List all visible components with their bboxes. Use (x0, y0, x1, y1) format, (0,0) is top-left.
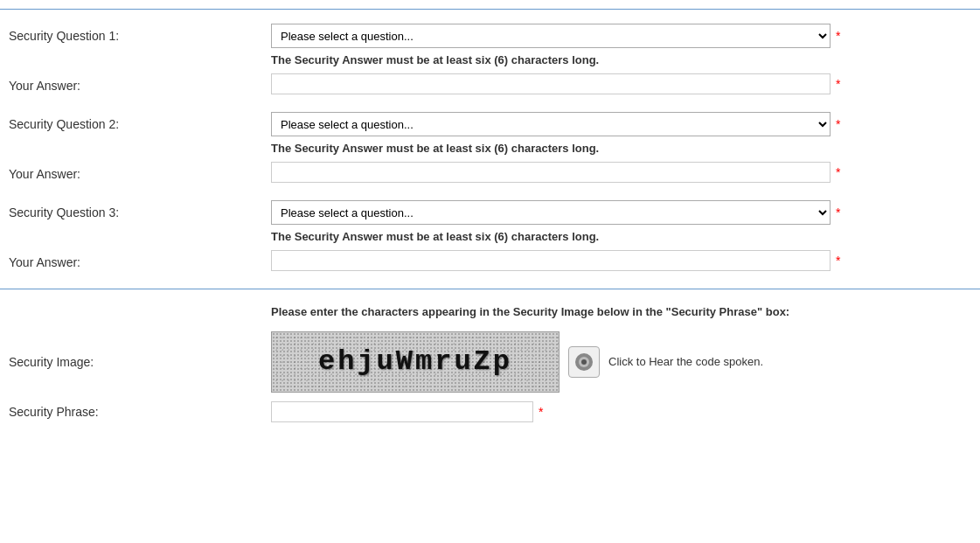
question3-hint: The Security Answer must be at least six… (271, 230, 971, 243)
question3-control-area: Please select a question... * (271, 200, 971, 225)
answer1-required: * (836, 77, 840, 91)
captcha-row: Security Image: ehjuWmruZp Click to Hear… (9, 331, 971, 393)
security-phrase-label: Security Phrase: (9, 405, 271, 419)
svg-point-2 (581, 359, 587, 365)
question3-row: Security Question 3: Please select a que… (9, 200, 971, 225)
captcha-section: Please enter the characters appearing in… (0, 303, 980, 422)
question2-required: * (836, 117, 840, 131)
question2-control-area: Please select a question... * (271, 112, 971, 136)
captcha-text: ehjuWmruZp (318, 345, 512, 378)
answer3-control-area: * (271, 250, 971, 271)
hear-code-text: Click to Hear the code spoken. (608, 355, 763, 368)
phrase-required: * (539, 405, 543, 419)
question2-label: Security Question 2: (9, 112, 271, 131)
security-questions-section: Security Question 1: Please select a que… (0, 24, 980, 271)
question1-label: Security Question 1: (9, 24, 271, 43)
section-divider (0, 289, 980, 289)
speaker-icon (574, 352, 594, 372)
answer3-input[interactable] (271, 250, 831, 271)
answer3-required: * (836, 254, 840, 268)
answer1-row: Your Answer: * (9, 73, 971, 94)
answer2-control-area: * (271, 162, 971, 183)
answer2-row: Your Answer: * (9, 162, 971, 183)
question2-hint: The Security Answer must be at least six… (271, 142, 971, 155)
question3-select[interactable]: Please select a question... (271, 200, 831, 225)
page-container: Security Question 1: Please select a que… (0, 0, 980, 431)
answer2-required: * (836, 165, 840, 179)
question3-required: * (836, 205, 840, 219)
captcha-image: ehjuWmruZp (271, 331, 560, 393)
captcha-image-area: ehjuWmruZp Click to Hear the code spoken… (271, 331, 763, 393)
question1-required: * (836, 29, 840, 43)
answer3-label: Your Answer: (9, 250, 271, 269)
question3-label: Security Question 3: (9, 200, 271, 219)
question1-row: Security Question 1: Please select a que… (9, 24, 971, 48)
answer1-input[interactable] (271, 73, 831, 94)
answer3-row: Your Answer: * (9, 250, 971, 271)
captcha-instruction: Please enter the characters appearing in… (271, 303, 918, 321)
question1-control-area: Please select a question... * (271, 24, 971, 48)
captcha-label: Security Image: (9, 355, 271, 369)
answer2-input[interactable] (271, 162, 831, 183)
answer1-control-area: * (271, 73, 971, 94)
security-phrase-row: Security Phrase: * (9, 401, 971, 422)
answer1-label: Your Answer: (9, 73, 271, 93)
audio-button[interactable] (568, 346, 600, 378)
answer2-label: Your Answer: (9, 162, 271, 181)
security-phrase-input-area: * (271, 401, 543, 422)
question2-select[interactable]: Please select a question... (271, 112, 831, 136)
question1-hint: The Security Answer must be at least six… (271, 53, 971, 66)
top-divider (0, 9, 980, 10)
security-phrase-input[interactable] (271, 401, 533, 422)
question2-row: Security Question 2: Please select a que… (9, 112, 971, 136)
question1-select[interactable]: Please select a question... (271, 24, 831, 48)
